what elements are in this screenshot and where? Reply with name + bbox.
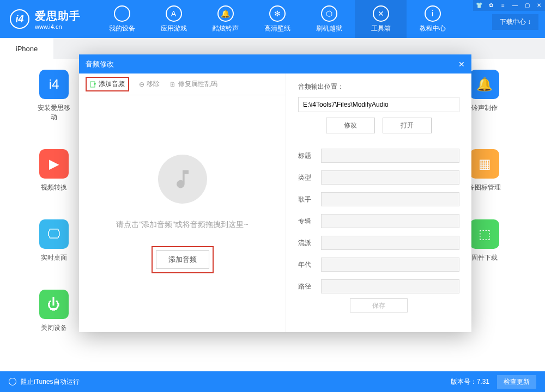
tool-shutdown[interactable]: ⏻关闭设备: [37, 290, 71, 333]
main-nav: 我的设备 A应用游戏 🔔酷炫铃声 ✻高清壁纸 ⬡刷机越狱 ✕工具箱 i教程中心: [96, 0, 458, 38]
skin-icon[interactable]: 👕: [473, 0, 485, 11]
dialog-title: 音频修改: [86, 59, 114, 69]
grid-icon: ▦: [470, 149, 499, 179]
title-input[interactable]: [321, 149, 459, 163]
bell-icon: 🔔: [217, 5, 234, 22]
tools-icon: ✕: [373, 5, 389, 22]
menu-icon[interactable]: ≡: [497, 0, 509, 11]
nav-tutorials[interactable]: i教程中心: [407, 0, 458, 38]
drop-hint-text: 请点击"添加音频"或将音频拖拽到这里~: [116, 220, 248, 230]
genre-input[interactable]: [321, 236, 459, 250]
check-update-button[interactable]: 检查更新: [497, 375, 536, 389]
dialog-left-panel: 添加音频 ⊖ 移除 🗎 修复属性乱码 请点击"添加音频"或将音频拖拽到这里~ 添…: [79, 74, 286, 332]
app-header: i4 爱思助手 www.i4.cn 我的设备 A应用游戏 🔔酷炫铃声 ✻高清壁纸…: [0, 0, 545, 38]
tool-realtime-desktop[interactable]: 🖵实时桌面: [37, 219, 71, 262]
audio-modify-dialog: 音频修改 ✕ 添加音频 ⊖ 移除 🗎 修复属性乱码: [79, 54, 471, 332]
download-center-button[interactable]: 下载中心 ↓: [492, 14, 538, 30]
music-note-icon: [158, 155, 207, 204]
itunes-block-toggle[interactable]: 阻止iTunes自动运行: [21, 377, 80, 387]
svg-rect-0: [90, 82, 95, 87]
window-controls: 👕 ✿ ≡ — ▢ ✕: [473, 0, 545, 11]
type-input[interactable]: [321, 170, 459, 185]
app-subtitle: www.i4.cn: [35, 23, 81, 30]
tool-icon-manage[interactable]: ▦备图标管理: [468, 149, 501, 192]
info-icon: i: [425, 5, 441, 22]
add-file-icon: [90, 81, 96, 88]
apple-icon: [114, 5, 130, 22]
toolbar-remove[interactable]: ⊖ 移除: [139, 79, 160, 89]
nav-my-device[interactable]: 我的设备: [96, 0, 148, 38]
logo-icon: i4: [10, 9, 29, 29]
artist-input[interactable]: [321, 192, 459, 206]
nav-apps[interactable]: A应用游戏: [148, 0, 199, 38]
field-label-year: 年代: [298, 260, 321, 270]
settings-icon[interactable]: ✿: [485, 0, 497, 11]
modify-path-button[interactable]: 修改: [326, 118, 375, 133]
nav-flash[interactable]: ⬡刷机越狱: [303, 0, 355, 38]
version-number: 7.31: [477, 378, 489, 385]
tool-install[interactable]: i4安装爱思移动: [37, 70, 71, 122]
output-path-label: 音频输出位置：: [298, 82, 459, 91]
album-input[interactable]: [321, 214, 459, 228]
field-label-album: 专辑: [298, 217, 321, 226]
toolbar-fix-encoding[interactable]: 🗎 修复属性乱码: [169, 79, 217, 89]
status-circle-icon: [9, 378, 16, 385]
field-label-type: 类型: [298, 173, 321, 182]
audio-drop-zone[interactable]: 请点击"添加音频"或将音频拖拽到这里~ 添加音频: [79, 95, 286, 332]
version-label: 版本号：: [451, 377, 477, 387]
cube-icon: ⬚: [470, 219, 499, 249]
install-icon: i4: [39, 70, 69, 99]
nav-toolbox[interactable]: ✕工具箱: [355, 0, 407, 38]
tool-firmware[interactable]: ⬚固件下载: [468, 219, 501, 262]
maximize-icon[interactable]: ▢: [521, 0, 533, 11]
remove-icon: ⊖: [139, 81, 144, 88]
year-input[interactable]: [321, 258, 459, 272]
dialog-close-button[interactable]: ✕: [458, 60, 465, 69]
tab-iphone[interactable]: iPhone: [0, 38, 53, 59]
dialog-toolbar: 添加音频 ⊖ 移除 🗎 修复属性乱码: [79, 74, 286, 95]
dialog-header: 音频修改 ✕: [79, 54, 471, 74]
minimize-icon[interactable]: —: [509, 0, 521, 11]
tool-ringtone-make[interactable]: 🔔铃声制作: [468, 70, 501, 122]
field-label-path: 路径: [298, 282, 321, 291]
monitor-icon: 🖵: [39, 219, 69, 249]
dialog-right-panel: 音频输出位置： 修改 打开 标题 类型 歌手 专辑 流派 年代 路径 保存: [286, 74, 471, 332]
app-icon: A: [166, 5, 182, 22]
add-audio-button[interactable]: 添加音频: [156, 250, 209, 269]
flower-icon: ✻: [269, 5, 286, 22]
toolbar-add-audio[interactable]: 添加音频: [86, 77, 129, 91]
nav-wallpaper[interactable]: ✻高清壁纸: [251, 0, 303, 38]
save-button[interactable]: 保存: [350, 298, 408, 313]
close-icon[interactable]: ✕: [533, 0, 545, 11]
field-label-artist: 歌手: [298, 195, 321, 204]
fix-icon: 🗎: [169, 81, 176, 88]
box-icon: ⬡: [321, 5, 337, 22]
open-path-button[interactable]: 打开: [383, 118, 432, 133]
bell-plus-icon: 🔔: [470, 70, 499, 99]
power-icon: ⏻: [39, 290, 69, 319]
tool-video-convert[interactable]: ▶视频转换: [37, 149, 71, 192]
nav-ringtones[interactable]: 🔔酷炫铃声: [199, 0, 251, 38]
field-label-genre: 流派: [298, 238, 321, 248]
path-input[interactable]: [321, 279, 459, 293]
status-bar: 阻止iTunes自动运行 版本号： 7.31 检查更新: [0, 371, 545, 392]
field-label-title: 标题: [298, 151, 321, 161]
output-path-input[interactable]: [298, 97, 459, 112]
play-icon: ▶: [39, 149, 69, 179]
app-logo: i4 爱思助手 www.i4.cn: [10, 9, 81, 30]
app-title: 爱思助手: [35, 9, 81, 23]
